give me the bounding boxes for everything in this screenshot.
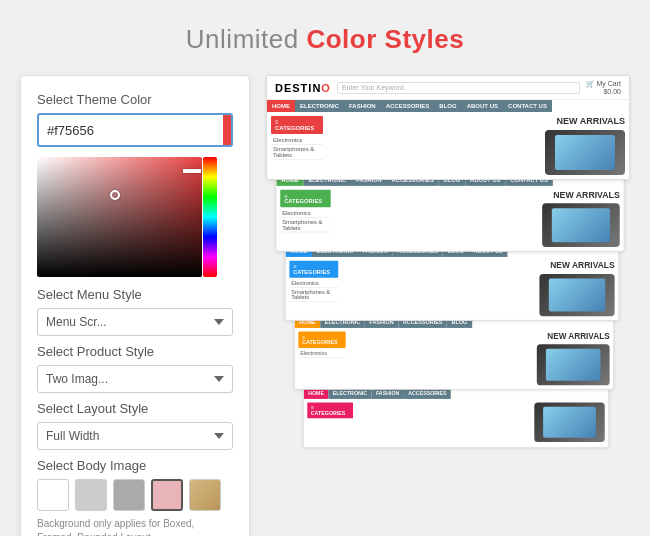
tablet-5 — [534, 402, 604, 442]
preview-2-body: ≡ CATEGORIES Electronics Smartphones & T… — [276, 186, 623, 251]
swatch-pink[interactable] — [151, 479, 183, 511]
screen-5 — [543, 407, 596, 438]
headline-plain: Unlimited — [186, 24, 307, 54]
preview-4-sidebar: ≡ CATEGORIES Electronics — [298, 332, 345, 386]
preview-1-main: NEW ARRIVALS — [327, 116, 625, 175]
color-gradient-area[interactable] — [37, 157, 202, 277]
nav-item-accessories: ACCESSORIES — [381, 100, 435, 112]
cat3b: Smartphones & Tablets — [289, 288, 338, 302]
tablet-image — [545, 130, 625, 175]
arrivals-2: NEW ARRIVALS — [553, 190, 619, 200]
tablet-screen — [555, 135, 615, 170]
preview-1-search: Enter Your Keyword — [337, 82, 580, 94]
theme-color-label: Select Theme Color — [37, 92, 233, 107]
color-swatch[interactable] — [223, 115, 233, 145]
preview-5-main — [357, 402, 605, 443]
cat-item: Smartphones & Tablets — [271, 145, 323, 160]
cat-label-4: ≡ CATEGORIES — [298, 332, 345, 348]
preview-1-logo: DESTINO — [275, 82, 331, 94]
categories-label: ≡ CATEGORIES — [271, 116, 323, 134]
headline-highlight: Color Styles — [306, 24, 464, 54]
preview-3-body: ≡ CATEGORIES Electronics Smartphones & T… — [286, 257, 619, 320]
layout-style-select[interactable]: Full Width Boxed Framed Rounded — [37, 422, 233, 450]
swatch-light-gray[interactable] — [75, 479, 107, 511]
cat-2: Electronics — [280, 209, 330, 218]
screen-4 — [546, 349, 601, 381]
settings-panel: Select Theme Color Select Menu Style — [20, 75, 250, 536]
screen-2 — [552, 208, 610, 242]
swatch-wood[interactable] — [189, 479, 221, 511]
body-image-label: Select Body Image — [37, 458, 233, 473]
preview-2-main: NEW ARRIVALS — [335, 190, 620, 247]
preview-1-header: DESTINO Enter Your Keyword 🛒 My Cart$0.0… — [267, 76, 629, 100]
nav-item-fashion: FASHION — [344, 100, 381, 112]
categories-label-2: ≡ CATEGORIES — [280, 190, 330, 207]
preview-2-sidebar: ≡ CATEGORIES Electronics Smartphones & T… — [280, 190, 330, 247]
preview-5-nav: HOME ELECTRONIC FASHION ACCESSORIES — [304, 388, 608, 399]
color-picker[interactable] — [37, 157, 235, 277]
preview-4-main: NEW ARRIVALS — [349, 332, 609, 386]
gradient-dark — [37, 157, 202, 277]
preview-1-sidebar: ≡ CATEGORIES Electronics Smartphones & T… — [271, 116, 323, 175]
menu-style-row: Select Menu Style Menu Scr... Menu Style… — [37, 287, 233, 336]
main-container: Unlimited Color Styles Select Theme Colo… — [0, 0, 650, 536]
hue-cursor[interactable] — [183, 169, 201, 173]
cat4a: Electronics — [298, 350, 345, 358]
nav5-home: HOME — [304, 388, 329, 399]
cat-label-3: ≡ CATEGORIES — [289, 261, 338, 278]
preview-card-1: DESTINO Enter Your Keyword 🛒 My Cart$0.0… — [266, 75, 630, 180]
cat-2b: Smartphones & Tablets — [280, 218, 330, 233]
cat3a: Electronics — [289, 280, 338, 288]
swatch-white[interactable] — [37, 479, 69, 511]
preview-5-body: ≡ CATEGORIES — [304, 399, 608, 447]
arrivals-4: NEW ARRIVALS — [547, 332, 609, 341]
preview-1-nav: HOME ELECTRONIC FASHION ACCESSORIES BLOG… — [267, 100, 629, 112]
color-hex-input[interactable] — [39, 117, 223, 144]
preview-3-main: NEW ARRIVALS — [342, 261, 615, 316]
tablet-2 — [542, 203, 620, 247]
new-arrivals-text: NEW ARRIVALS — [557, 116, 626, 126]
preview-5-sidebar: ≡ CATEGORIES — [307, 402, 353, 443]
cat-item: Electronics — [271, 136, 323, 145]
preview-1-cart: 🛒 My Cart$0.00 — [586, 80, 621, 95]
product-style-row: Select Product Style Two Imag... Single … — [37, 344, 233, 393]
tablet-4 — [537, 344, 610, 385]
nav-item-contact: CONTACT US — [503, 100, 552, 112]
preview-panel: DESTINO Enter Your Keyword 🛒 My Cart$0.0… — [266, 75, 630, 463]
nav-item-electronic: ELECTRONIC — [295, 100, 344, 112]
hue-strip[interactable] — [203, 157, 217, 277]
page-headline: Unlimited Color Styles — [186, 24, 464, 55]
swatch-gray[interactable] — [113, 479, 145, 511]
nav-item-about: ABOUT US — [462, 100, 503, 112]
color-input-row — [37, 113, 233, 147]
menu-style-label: Select Menu Style — [37, 287, 233, 302]
tablet-3 — [539, 274, 614, 316]
arrivals-3: NEW ARRIVALS — [550, 261, 614, 270]
preview-4-body: ≡ CATEGORIES Electronics NEW ARRIVALS — [295, 328, 614, 389]
cat-label-5: ≡ CATEGORIES — [307, 402, 353, 418]
menu-style-select[interactable]: Menu Scr... Menu Style 2 — [37, 308, 233, 336]
layout-style-label: Select Layout Style — [37, 401, 233, 416]
product-style-select[interactable]: Two Imag... Single Image — [37, 365, 233, 393]
nav-item-home: HOME — [267, 100, 295, 112]
bg-note: Background only applies for Boxed, Frame… — [37, 517, 233, 536]
layout-style-row: Select Layout Style Full Width Boxed Fra… — [37, 401, 233, 450]
nav5-ac: ACCESSORIES — [404, 388, 451, 399]
content-area: Select Theme Color Select Menu Style — [20, 75, 630, 536]
product-style-label: Select Product Style — [37, 344, 233, 359]
preview-1-body: ≡ CATEGORIES Electronics Smartphones & T… — [267, 112, 629, 179]
preview-3-sidebar: ≡ CATEGORIES Electronics Smartphones & T… — [289, 261, 338, 316]
screen-3 — [549, 279, 605, 312]
nav-item-blog: BLOG — [434, 100, 461, 112]
nav5-el: ELECTRONIC — [328, 388, 371, 399]
nav5-fa: FASHION — [372, 388, 404, 399]
body-image-swatches — [37, 479, 233, 511]
